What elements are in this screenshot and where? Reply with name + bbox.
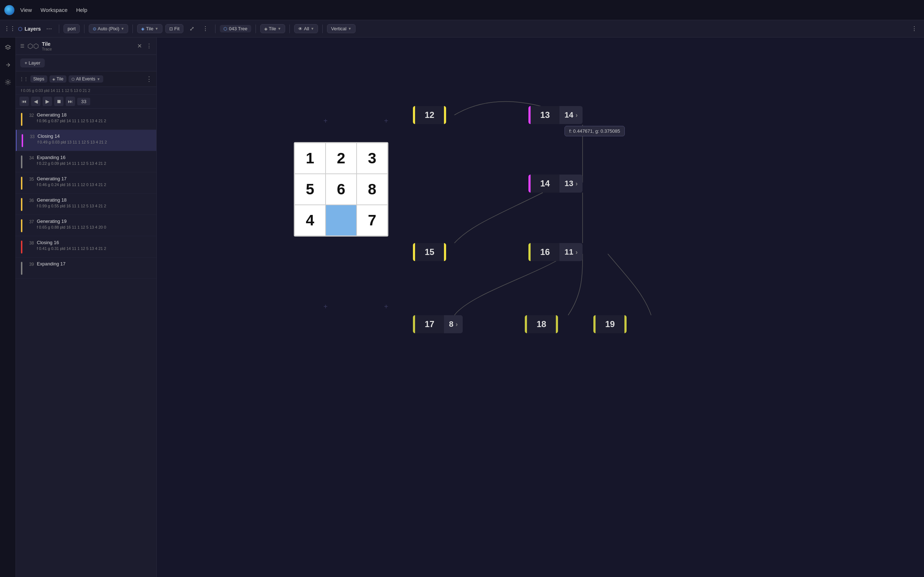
- toolbar-div-7: [322, 24, 323, 33]
- tree-svg: [391, 59, 924, 564]
- node-14-val: 13 ›: [559, 174, 583, 193]
- tree-badge: ⬡ 043 Tree: [220, 25, 251, 32]
- step-fwd-btn[interactable]: ⏭: [66, 97, 75, 106]
- step-name: Closing 14: [37, 134, 151, 139]
- auto-pixi-btn[interactable]: ⊙ Auto (Pixi) ▼: [89, 24, 129, 33]
- node-15-right-bar: [444, 243, 446, 261]
- port-label: port: [68, 26, 76, 31]
- steps-more-btn[interactable]: ⋮: [146, 75, 153, 83]
- tree-container: 12 13 14 › f: 0.447671, g: 0.375085 14: [391, 59, 924, 564]
- step-item-37[interactable]: 37 Generating 19 f 0.65 g 0.88 pld 16 11…: [16, 215, 156, 236]
- step-back-btn[interactable]: ◀: [31, 97, 40, 106]
- tree-node-12[interactable]: 12: [413, 106, 446, 124]
- all-label: All: [304, 26, 309, 31]
- canvas-crosshair-2: +: [384, 117, 388, 125]
- menu-view[interactable]: View: [20, 7, 32, 13]
- puzzle-cell-6: 4: [294, 205, 326, 236]
- layers-tab-trace[interactable]: Trace: [42, 47, 134, 51]
- menu-workspace[interactable]: Workspace: [40, 7, 68, 13]
- toolbar-end-more[interactable]: ⋮: [909, 23, 920, 34]
- puzzle-cell-4: 6: [326, 174, 357, 205]
- tree-badge-label: 043 Tree: [229, 26, 247, 31]
- step-num-badge: 39: [25, 261, 34, 267]
- layers-options-btn[interactable]: ⋮: [146, 43, 152, 49]
- node-17-val: 8 ›: [444, 315, 463, 333]
- sidebar-icon-layers[interactable]: [2, 42, 14, 53]
- step-back-start-btn[interactable]: ⏮: [19, 97, 29, 106]
- step-name: Generating 17: [37, 176, 151, 181]
- step-indicator: [21, 219, 23, 232]
- step-item-32[interactable]: 32 Generating 18 f 0.96 g 0.87 pld 14 11…: [16, 108, 156, 130]
- tooltip-box: f: 0.447671, g: 0.375085: [564, 126, 625, 136]
- layers-header: ☰ ⬡⬡ Tile Trace ✕ ⋮: [16, 37, 156, 55]
- step-item-35[interactable]: 35 Generating 17 f 0.46 g 0.24 pld 16 11…: [16, 172, 156, 193]
- node-13-val: 14 ›: [559, 106, 583, 124]
- port-btn[interactable]: port: [63, 24, 79, 33]
- step-details: f 0.99 g 0.55 pld 16 11 1 12 5 13 4 21 2: [37, 204, 151, 208]
- tree-node-16[interactable]: 16 11 ›: [528, 243, 583, 261]
- vertical-btn[interactable]: Vertical ▼: [327, 24, 355, 33]
- toolbar-more-btn[interactable]: ⋯: [44, 23, 55, 34]
- drag-handle[interactable]: ⋮⋮: [4, 23, 15, 34]
- toolbar-div-2: [84, 24, 84, 33]
- vertical-chevron: ▼: [348, 27, 352, 31]
- tree-node-15[interactable]: 15: [413, 243, 446, 261]
- step-item-39[interactable]: 39 Expanding 17: [16, 258, 156, 279]
- prev-step-details: f 0.05 g 0.03 pld 14 11 1 12 5 13 0 21 2: [16, 87, 156, 95]
- steps-list: 32 Generating 18 f 0.96 g 0.87 pld 14 11…: [16, 108, 156, 577]
- tooltip-text: f: 0.447671, g: 0.375085: [569, 128, 620, 134]
- step-item-36[interactable]: 36 Generating 18 f 0.99 g 0.55 pld 16 11…: [16, 193, 156, 215]
- expand-btn[interactable]: ⤢: [186, 23, 197, 34]
- tree-node-13[interactable]: 13 14 ›: [528, 106, 583, 124]
- step-content: Expanding 17: [37, 261, 151, 268]
- step-stop-btn[interactable]: ⏹: [54, 97, 63, 106]
- sidebar-icons: [0, 37, 16, 577]
- step-details: f 0.65 g 0.88 pld 16 11 1 12 5 13 4 20 0: [37, 225, 151, 229]
- steps-btn[interactable]: Steps: [30, 76, 47, 82]
- node-17-id: 17: [415, 315, 444, 333]
- add-layer-btn[interactable]: + Layer: [20, 58, 45, 68]
- node-16-id: 16: [531, 243, 559, 261]
- layers-close-btn[interactable]: ✕: [137, 43, 142, 49]
- node-19-right-bar: [624, 315, 627, 333]
- toolbar-div-1: [59, 24, 59, 33]
- step-item-33[interactable]: 33 Closing 14 f 0.49 g 0.03 pld 13 11 1 …: [16, 130, 156, 151]
- step-play-btn[interactable]: ▶: [43, 97, 52, 106]
- sidebar-icon-nav[interactable]: [2, 59, 14, 71]
- drag-dots[interactable]: ⋮⋮: [19, 76, 28, 82]
- tree-node-14[interactable]: 14 13 ›: [528, 174, 583, 193]
- step-name: Generating 18: [37, 197, 151, 203]
- steps-label: Steps: [33, 76, 44, 82]
- tile-btn-1[interactable]: ◈ Tile ▼: [137, 24, 162, 33]
- step-indicator: [21, 177, 23, 190]
- sidebar-icon-settings[interactable]: [2, 76, 14, 88]
- layers-tab-tile[interactable]: Tile: [42, 41, 134, 47]
- tile-small-label: Tile: [57, 76, 63, 82]
- tile-small-btn[interactable]: ◈ Tile: [50, 76, 66, 82]
- menu-help[interactable]: Help: [76, 7, 87, 13]
- all-events-chevron: ▼: [97, 77, 100, 81]
- toolbar-more-2[interactable]: ⋮: [200, 23, 211, 34]
- step-item-38[interactable]: 38 Closing 16 f 0.41 g 0.31 pld 14 11 1 …: [16, 236, 156, 258]
- node-16-val: 11 ›: [559, 243, 583, 261]
- step-content: Generating 18 f 0.99 g 0.55 pld 16 11 1 …: [37, 197, 151, 208]
- layers-title: Layers: [24, 26, 41, 32]
- main-toolbar: ⋮⋮ ⬡ Layers ⋯ port ⊙ Auto (Pixi) ▼ ◈ Til…: [0, 20, 924, 37]
- all-events-btn[interactable]: ⬡ All Events ▼: [69, 76, 103, 82]
- tree-node-18[interactable]: 18: [525, 315, 558, 333]
- step-num-badge: 37: [25, 219, 34, 224]
- all-btn[interactable]: 👁 All ▼: [294, 24, 318, 33]
- canvas-crosshair-4: +: [384, 303, 388, 311]
- tree-node-17[interactable]: 17 8 ›: [413, 315, 463, 333]
- puzzle-cell-3: 5: [294, 174, 326, 205]
- tile-chevron-2: ▼: [278, 27, 281, 31]
- node-12-right-bar: [444, 106, 446, 124]
- node-14-arrow: ›: [575, 180, 577, 187]
- step-item-34[interactable]: 34 Expanding 16 f 0.22 g 0.09 pld 14 11 …: [16, 151, 156, 172]
- fit-btn[interactable]: ⊡ Fit: [165, 24, 183, 33]
- tile-chevron-1: ▼: [155, 27, 158, 31]
- tree-node-19[interactable]: 19: [593, 315, 627, 333]
- tile-btn-2[interactable]: ◈ Tile ▼: [260, 24, 285, 33]
- tile-label-2: Tile: [269, 26, 276, 31]
- main-canvas[interactable]: + + + + 12356847 12: [157, 37, 924, 577]
